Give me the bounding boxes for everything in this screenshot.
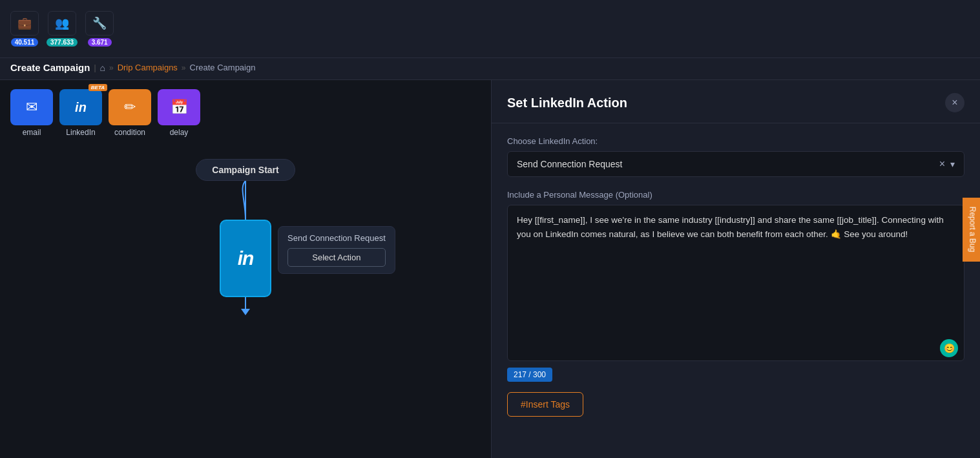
select-actions: × ▾	[939, 158, 955, 170]
select-action-button[interactable]: Select Action	[287, 248, 386, 267]
action-select-value: Send Connection Request	[517, 159, 622, 169]
linkedin-tool-icon: in BETA	[59, 89, 102, 125]
breadcrumb-sep-1: |	[94, 63, 96, 72]
close-button[interactable]: ×	[945, 93, 964, 112]
tool-condition[interactable]: ✏ condition	[109, 89, 151, 137]
nav-briefcase-btn[interactable]: 💼 40.511	[10, 11, 39, 47]
delay-tool-icon: 📅	[158, 89, 200, 125]
beta-badge: BETA	[89, 84, 107, 91]
message-field-label: Include a Personal Message (Optional)	[507, 190, 964, 200]
breadcrumb-drip-campaigns[interactable]: Drip Campaigns	[118, 63, 178, 72]
tool-linkedin[interactable]: in BETA LinkedIn	[59, 89, 102, 137]
campaign-canvas: Campaign Start in Send Connection Reques…	[0, 146, 491, 458]
condition-tool-label: condition	[114, 128, 145, 137]
main-layout: ✉ email in BETA LinkedIn ✏ condition 📅 d…	[0, 80, 980, 458]
action-select-wrapper: Send Connection Request × ▾	[507, 151, 964, 177]
report-bug-button[interactable]: Report a Bug	[963, 197, 980, 261]
panel-title: Set LinkedIn Action	[507, 96, 627, 110]
condition-tool-icon: ✏	[109, 89, 151, 125]
message-textarea[interactable]: Hey [[first_name]], I see we're in the s…	[507, 205, 964, 361]
action-select[interactable]: Send Connection Request × ▾	[507, 151, 964, 177]
avatar: 😊	[940, 339, 958, 357]
action-field-label: Choose LinkedIn Action:	[507, 136, 964, 146]
node-popup: Send Connection Request Select Action	[278, 226, 395, 274]
linkedin-node-container: in Send Connection Request Select Action	[220, 220, 271, 297]
textarea-wrapper: Hey [[first_name]], I see we're in the s…	[507, 205, 964, 364]
linkedin-tool-label: LinkedIn	[66, 128, 95, 137]
settings-badge: 3.671	[88, 38, 112, 47]
toolbar: ✉ email in BETA LinkedIn ✏ condition 📅 d…	[0, 80, 491, 146]
email-tool-icon: ✉	[10, 89, 53, 125]
nav-people-btn[interactable]: 👥 377.633	[47, 11, 78, 47]
connector-bottom	[241, 297, 250, 315]
char-count: 217 / 300	[507, 368, 552, 382]
page-title: Create Campaign	[10, 62, 90, 73]
insert-tags-button[interactable]: #Insert Tags	[507, 392, 583, 417]
people-icon: 👥	[48, 11, 76, 36]
tool-email[interactable]: ✉ email	[10, 89, 53, 137]
briefcase-icon: 💼	[10, 11, 39, 36]
campaign-start-node: Campaign Start	[196, 159, 295, 181]
chevron-down-icon[interactable]: ▾	[950, 159, 955, 169]
canvas-area: ✉ email in BETA LinkedIn ✏ condition 📅 d…	[0, 80, 491, 458]
people-badge: 377.633	[47, 38, 78, 47]
arrow-triangle	[241, 309, 250, 315]
home-icon[interactable]: ⌂	[100, 63, 105, 73]
email-tool-label: email	[23, 128, 41, 137]
breadcrumb-sep-2: »	[109, 63, 114, 72]
panel-body: Choose LinkedIn Action: Send Connection …	[492, 123, 980, 458]
char-count-bar: 217 / 300	[507, 364, 964, 382]
right-panel: Set LinkedIn Action × Choose LinkedIn Ac…	[491, 80, 980, 458]
nav-settings-btn[interactable]: 🔧 3.671	[85, 11, 114, 47]
wrench-icon: 🔧	[85, 11, 114, 36]
bottom-line	[245, 297, 246, 309]
breadcrumb: Create Campaign | ⌂ » Drip Campaigns » C…	[0, 58, 980, 80]
briefcase-badge: 40.511	[11, 38, 39, 47]
connector-curve-svg	[226, 181, 265, 220]
tool-delay[interactable]: 📅 delay	[158, 89, 200, 137]
delay-tool-label: delay	[170, 128, 189, 137]
linkedin-node[interactable]: in	[220, 220, 271, 297]
top-navigation: 💼 40.511 👥 377.633 🔧 3.671	[0, 0, 980, 58]
node-popup-title: Send Connection Request	[287, 233, 386, 243]
breadcrumb-sep-3: »	[182, 63, 186, 72]
breadcrumb-create-campaign: Create Campaign	[190, 63, 256, 72]
select-clear-icon[interactable]: ×	[939, 158, 945, 170]
connector-top	[226, 181, 265, 220]
panel-header: Set LinkedIn Action ×	[492, 80, 980, 123]
